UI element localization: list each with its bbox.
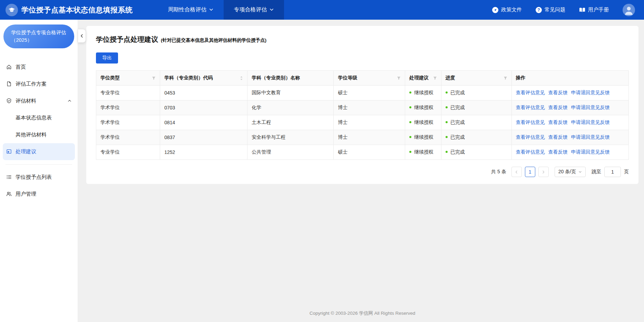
column-suggestion: 处理建议 <box>405 71 441 86</box>
sidebar-item-evaluation-materials[interactable]: 评估材料 <box>0 92 78 109</box>
export-button[interactable]: 导出 <box>96 52 118 64</box>
sidebar-item-basic-info-table[interactable]: 基本状态信息表 <box>0 109 78 126</box>
filter-icon[interactable] <box>152 76 156 80</box>
jump-unit-label: 页 <box>624 169 629 175</box>
cell-progress: 已完成 <box>441 100 511 115</box>
view-feedback-link[interactable]: 查看反馈 <box>548 90 568 95</box>
graduation-cap-logo-icon <box>6 4 18 16</box>
cell-name: 安全科学与工程 <box>247 130 334 145</box>
cell-degree-type: 学术学位 <box>96 130 160 145</box>
sidebar-item-user-management[interactable]: 用户管理 <box>0 186 78 203</box>
sidebar-item-suggestions[interactable]: 处理建议 <box>3 143 75 160</box>
pagination: 共 5 条 1 20 条/页 跳至 页 <box>96 167 629 177</box>
jump-page-input[interactable] <box>604 167 621 177</box>
sidebar-collapse-button[interactable] <box>78 29 86 42</box>
next-page-button[interactable] <box>538 167 549 177</box>
request-return-link[interactable]: 申请退回意见反馈 <box>571 105 610 110</box>
column-discipline-code: 学科（专业类别）代码 <box>160 71 247 86</box>
view-opinion-link[interactable]: 查看评估意见 <box>516 149 545 155</box>
sidebar-item-label: 基本状态信息表 <box>16 115 52 121</box>
cell-name: 土木工程 <box>247 115 334 130</box>
table-row: 学术学位 0703 化学 博士 继续授权 已完成 查看评估意见查看反馈申请退回意… <box>96 100 629 115</box>
progress-text: 已完成 <box>450 119 465 125</box>
user-avatar[interactable] <box>623 4 635 16</box>
view-opinion-link[interactable]: 查看评估意见 <box>516 134 545 140</box>
filter-icon[interactable] <box>504 76 507 80</box>
nav-menu-periodic-evaluation[interactable]: 周期性合格评估 <box>158 0 224 20</box>
view-feedback-link[interactable]: 查看反馈 <box>548 105 568 110</box>
cell-name: 化学 <box>247 100 334 115</box>
view-opinion-link[interactable]: 查看评估意见 <box>516 105 545 110</box>
table-row: 学术学位 0837 安全科学与工程 博士 继续授权 已完成 查看评估意见查看反馈… <box>96 130 629 145</box>
view-feedback-link[interactable]: 查看反馈 <box>548 149 568 155</box>
cell-code: 0453 <box>160 86 247 100</box>
filter-icon[interactable] <box>397 76 401 80</box>
status-dot-green <box>409 121 411 123</box>
panel-icon <box>6 149 12 154</box>
cell-suggestion: 继续授权 <box>405 115 441 130</box>
nav-link-label: 政策文件 <box>501 7 522 13</box>
column-actions: 操作 <box>511 71 629 86</box>
sidebar-item-home[interactable]: 首页 <box>0 59 78 76</box>
policy-file-icon <box>492 7 498 13</box>
cell-actions: 查看评估意见查看反馈申请退回意见反馈 <box>511 86 629 100</box>
column-label: 学位等级 <box>338 75 357 81</box>
cell-name: 国际中文教育 <box>247 86 334 100</box>
request-return-link[interactable]: 申请退回意见反馈 <box>571 149 610 155</box>
progress-text: 已完成 <box>450 90 465 95</box>
shield-check-icon <box>6 98 12 104</box>
page-title-row: 学位授予点处理建议 (针对已提交基本信息及其他评估材料的学位授予点) <box>96 35 629 44</box>
page-size-select[interactable]: 20 条/页 <box>555 167 586 177</box>
request-return-link[interactable]: 申请退回意见反馈 <box>571 134 610 140</box>
column-label: 学位类型 <box>100 75 120 81</box>
status-dot-green <box>446 91 448 94</box>
sidebar-item-label: 学位授予点列表 <box>16 174 52 180</box>
table-body: 专业学位 0453 国际中文教育 硕士 继续授权 已完成 查看评估意见查看反馈申… <box>96 86 629 160</box>
sidebar-item-work-plan[interactable]: 评估工作方案 <box>0 76 78 92</box>
status-dot-green <box>409 151 411 153</box>
suggestion-text: 继续授权 <box>414 90 433 95</box>
project-badge[interactable]: 学位授予点专项合格评估（2025） <box>3 25 74 48</box>
sidebar-item-label: 处理建议 <box>16 148 36 155</box>
chevron-down-icon <box>209 7 213 13</box>
jump-to-label: 跳至 <box>592 169 601 175</box>
filter-icon[interactable] <box>433 76 437 80</box>
footer-copyright: Copyright © 2003-2026 学信网 All Rights Res… <box>86 305 638 322</box>
nav-menu-special-evaluation[interactable]: 专项合格评估 <box>224 0 284 20</box>
request-return-link[interactable]: 申请退回意见反馈 <box>571 119 610 125</box>
status-dot-green <box>409 106 411 108</box>
page-number-button[interactable]: 1 <box>525 167 535 177</box>
column-label: 学科（专业类别）代码 <box>164 75 213 81</box>
sidebar-divider <box>6 164 72 165</box>
cell-suggestion: 继续授权 <box>405 130 441 145</box>
sorter-icon[interactable] <box>240 76 243 80</box>
view-feedback-link[interactable]: 查看反馈 <box>548 134 568 140</box>
cell-progress: 已完成 <box>441 115 511 130</box>
prev-page-button[interactable] <box>511 167 522 177</box>
nav-link-faq[interactable]: ? 常见问题 <box>536 7 565 13</box>
chevron-left-icon <box>515 170 518 174</box>
sidebar-item-degree-point-list[interactable]: 学位授予点列表 <box>0 169 78 186</box>
progress-text: 已完成 <box>450 149 465 155</box>
cell-progress: 已完成 <box>441 145 511 160</box>
sidebar-item-label: 其他评估材料 <box>16 131 47 138</box>
column-discipline-name: 学科（专业类别）名称 <box>247 71 334 86</box>
sidebar-item-other-materials[interactable]: 其他评估材料 <box>0 126 78 143</box>
column-degree-level: 学位等级 <box>334 71 405 86</box>
nav-link-user-manual[interactable]: 用户手册 <box>579 7 609 13</box>
request-return-link[interactable]: 申请退回意见反馈 <box>571 90 610 95</box>
cell-code: 1252 <box>160 145 247 160</box>
page-title: 学位授予点处理建议 <box>96 35 158 44</box>
table-row: 专业学位 0453 国际中文教育 硕士 继续授权 已完成 查看评估意见查看反馈申… <box>96 86 629 100</box>
view-opinion-link[interactable]: 查看评估意见 <box>516 90 545 95</box>
nav-right-links: 政策文件 ? 常见问题 用户手册 <box>492 4 635 16</box>
nav-link-policy-files[interactable]: 政策文件 <box>492 7 522 13</box>
status-dot-green <box>446 151 448 153</box>
table-header: 学位类型 学科（专业类别）代码 学科（专业类别）名称 学位等级 <box>96 71 629 86</box>
app-title: 学位授予点基本状态信息填报系统 <box>21 5 133 15</box>
view-opinion-link[interactable]: 查看评估意见 <box>516 119 545 125</box>
cell-actions: 查看评估意见查看反馈申请退回意见反馈 <box>511 100 629 115</box>
users-icon <box>6 191 12 197</box>
chevron-right-icon <box>541 170 545 174</box>
view-feedback-link[interactable]: 查看反馈 <box>548 119 568 125</box>
